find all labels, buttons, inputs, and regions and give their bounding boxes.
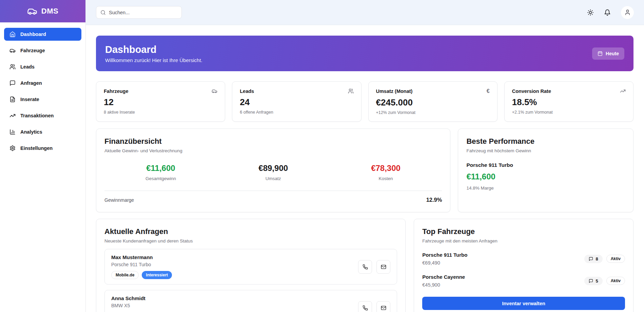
sidebar-item-transaktionen[interactable]: Transaktionen: [4, 109, 81, 122]
sidebar-item-fahrzeuge[interactable]: Fahrzeuge: [4, 44, 81, 57]
performance-margin: 14.8% Marge: [466, 186, 625, 191]
finance-title: Finanzübersicht: [104, 137, 442, 146]
mail-button[interactable]: [376, 301, 390, 312]
top-vehicles-subtitle: Fahrzeuge mit den meisten Anfragen: [422, 238, 625, 243]
stat-label: Umsatz (Monat): [376, 89, 413, 94]
vehicle-name: Porsche 911 Turbo: [422, 252, 467, 258]
inventar-verwalten-button[interactable]: Inventar verwalten: [422, 297, 625, 310]
stat-card-fahrzeuge: Fahrzeuge 12 8 aktive Inserate: [96, 81, 225, 122]
performance-value: €11,600: [466, 172, 625, 181]
gewinnmarge-value: 12.9%: [426, 197, 442, 203]
sidebar-item-einstellungen[interactable]: Einstellungen: [4, 142, 81, 155]
stats-row: Fahrzeuge 12 8 aktive Inserate Leads 24 …: [96, 81, 633, 122]
inquiry-item: Max Mustermann Porsche 911 Turbo Mobile.…: [104, 249, 397, 285]
stat-card-leads: Leads 24 6 offene Anfragen: [232, 81, 361, 122]
euro-icon: €: [487, 88, 490, 94]
inquiry-customer-name: Anna Schmidt: [111, 295, 164, 301]
vehicle-row: Porsche 911 Turbo €69,490 8 Aktiv: [422, 252, 625, 266]
metric-label: Gesamtgewinn: [104, 176, 217, 181]
sidebar-item-anfragen[interactable]: Anfragen: [4, 77, 81, 90]
sidebar: DMS Dashboard Fahrzeuge Leads Anfragen I…: [0, 0, 86, 312]
finance-card: Finanzübersicht Aktuelle Gewinn- und Ver…: [96, 129, 450, 212]
status-badge: Aktiv: [606, 255, 625, 263]
page-title: Dashboard: [105, 44, 202, 55]
trending-up-icon: [620, 88, 626, 94]
divider: [104, 191, 442, 191]
source-badge: Mobile.de: [111, 271, 139, 279]
car-icon: [212, 88, 217, 94]
vehicle-price: €45,900: [422, 282, 465, 288]
calendar-icon: [598, 51, 603, 56]
vehicle-price: €69,490: [422, 260, 467, 266]
status-badge: Interessiert: [142, 271, 172, 279]
sidebar-item-label: Inserate: [20, 97, 39, 102]
sidebar-nav: Dashboard Fahrzeuge Leads Anfragen Inser…: [0, 22, 85, 163]
inquiry-vehicle: Porsche 911 Turbo: [111, 262, 172, 267]
heute-button[interactable]: Heute: [592, 47, 624, 60]
car-logo-icon: [27, 6, 37, 16]
stat-subtext: 8 aktive Inserate: [104, 110, 217, 115]
metric-label: Umsatz: [217, 176, 330, 181]
app-title: DMS: [41, 7, 58, 16]
sidebar-item-analytics[interactable]: Analytics: [4, 125, 81, 138]
stat-subtext: 6 offene Anfragen: [240, 110, 353, 115]
vehicle-row: Porsche Cayenne €45,900 5 Aktiv: [422, 274, 625, 288]
performance-vehicle: Porsche 911 Turbo: [466, 162, 625, 168]
vehicle-name: Porsche Cayenne: [422, 274, 465, 280]
performance-title: Beste Performance: [466, 137, 625, 146]
mail-button[interactable]: [376, 260, 390, 274]
car-icon: [9, 47, 16, 54]
stat-label: Conversion Rate: [512, 89, 551, 94]
sidebar-item-inserate[interactable]: Inserate: [4, 93, 81, 106]
metric-value: €78,300: [330, 163, 442, 173]
app-root: DMS Dashboard Fahrzeuge Leads Anfragen I…: [0, 0, 644, 312]
page-subtitle: Willkommen zurück! Hier ist Ihre Übersic…: [105, 57, 202, 63]
mid-row: Finanzübersicht Aktuelle Gewinn- und Ver…: [96, 129, 633, 212]
sidebar-item-leads[interactable]: Leads: [4, 60, 81, 73]
inquiry-vehicle: BMW X5: [111, 303, 164, 308]
gewinnmarge-label: Gewinnmarge: [104, 197, 134, 203]
sidebar-item-label: Analytics: [20, 129, 42, 135]
stat-card-umsatz: Umsatz (Monat) € €245.000 +12% zum Vormo…: [368, 81, 497, 122]
mail-icon: [381, 264, 386, 270]
inquiries-subtitle: Neueste Kundenanfragen und deren Status: [104, 238, 397, 243]
phone-button[interactable]: [358, 260, 372, 274]
stat-label: Fahrzeuge: [104, 89, 129, 94]
stat-card-conversion: Conversion Rate 18.5% +2.1% zum Vormonat: [504, 81, 633, 122]
sidebar-item-label: Fahrzeuge: [20, 48, 45, 53]
finance-metric-kosten: €78,300 Kosten: [330, 163, 442, 181]
theme-toggle-sun-icon[interactable]: [587, 9, 594, 16]
main-area: Dashboard Willkommen zurück! Hier ist Ih…: [86, 0, 644, 312]
bar-chart-icon: [9, 129, 16, 135]
sidebar-item-label: Anfragen: [20, 80, 42, 86]
sidebar-item-label: Transaktionen: [20, 113, 54, 118]
finance-metric-umsatz: €89,900 Umsatz: [217, 163, 330, 181]
inquiry-count: 5: [596, 278, 598, 284]
stat-value: 18.5%: [512, 97, 626, 108]
message-icon: [589, 257, 593, 261]
top-vehicles-card: Top Fahrzeuge Fahrzeuge mit den meisten …: [414, 219, 633, 312]
finance-metric-gesamtgewinn: €11,600 Gesamtgewinn: [104, 163, 217, 181]
sidebar-item-label: Einstellungen: [20, 145, 53, 151]
hero-banner: Dashboard Willkommen zurück! Hier ist Ih…: [96, 36, 633, 71]
status-badge: Aktiv: [606, 277, 625, 285]
top-vehicles-title: Top Fahrzeuge: [422, 227, 625, 236]
stat-label: Leads: [240, 89, 254, 94]
gear-icon: [9, 145, 16, 151]
notifications-bell-icon[interactable]: [604, 9, 611, 16]
app-logo: DMS: [0, 0, 85, 22]
topbar: [86, 0, 644, 25]
user-avatar[interactable]: [621, 6, 634, 19]
sidebar-item-dashboard[interactable]: Dashboard: [4, 28, 81, 41]
inquiry-count-badge: 8: [584, 255, 602, 263]
search-input[interactable]: [109, 10, 177, 15]
inquiries-list: Max Mustermann Porsche 911 Turbo Mobile.…: [104, 249, 397, 312]
file-text-icon: [9, 96, 16, 102]
trending-up-icon: [9, 113, 16, 119]
inquiry-count: 8: [596, 256, 598, 261]
phone-button[interactable]: [358, 301, 372, 312]
search-icon: [100, 10, 106, 15]
finance-subtitle: Aktuelle Gewinn- und Verlustrechnung: [104, 148, 442, 153]
topbar-actions: [587, 6, 634, 19]
stat-value: €245.000: [376, 97, 490, 108]
